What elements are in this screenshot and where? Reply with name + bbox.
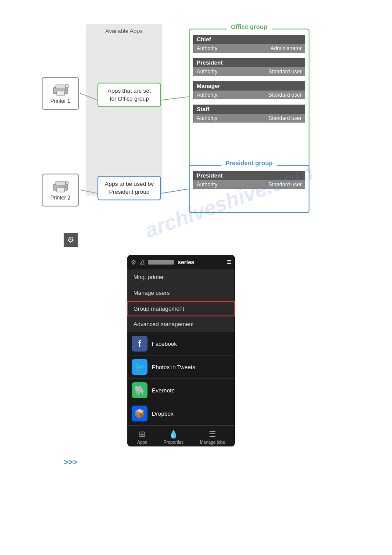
note-arrow-symbol: >>> (64, 458, 78, 467)
footer-properties[interactable]: 💧 Properties (163, 429, 183, 445)
svg-rect-2 (57, 91, 65, 95)
dropbox-icon: 📦 (132, 406, 147, 421)
office-group-box: Office group Chief Authority Administrat… (189, 29, 309, 169)
gear-section: ⚙ (0, 229, 392, 255)
role-president-office-name: President (193, 58, 305, 67)
role-president-office: President Authority Standard user (193, 58, 305, 76)
svg-rect-8 (57, 188, 65, 192)
manager-authority-label: Authority (197, 92, 217, 98)
phone-menu-mng-printer[interactable]: Mng. printer (127, 269, 235, 285)
phone-menu-manage-users[interactable]: Manage users (127, 285, 235, 301)
phone-app-evernote[interactable]: 🐘 Evernote (127, 379, 235, 402)
president-office-authority-label: Authority (197, 69, 217, 75)
role-chief: Chief Authority Administrator (193, 35, 305, 53)
president-group-title: President group (221, 160, 277, 167)
facebook-label: Facebook (152, 341, 177, 347)
role-manager: Manager Authority Standard user (193, 81, 305, 99)
role-president-office-authority: Authority Standard user (193, 67, 305, 76)
president-group-box: President group President Authority Stan… (189, 165, 309, 213)
printer-2-label: Printer 2 (50, 195, 70, 201)
phone-apps-list: f Facebook 🐦 Photos in Tweets 🐘 Evernote… (127, 332, 235, 425)
evernote-label: Evernote (152, 387, 175, 394)
note-arrow: >>> (64, 458, 383, 467)
phone-app-photos-in-tweets[interactable]: 🐦 Photos in Tweets (127, 355, 235, 379)
role-president-group-name: President (193, 171, 305, 180)
role-chief-authority: Authority Administrator (193, 44, 305, 53)
staff-authority-value: Standard user (269, 115, 302, 121)
photos-in-tweets-label: Photos in Tweets (152, 364, 195, 370)
available-apps-label: Available Apps (86, 24, 162, 37)
phone-title-redacted (148, 260, 174, 265)
phone-footer: ⊞ Apps 💧 Properties ☰ Manage jobs (127, 425, 235, 446)
printer-1-label: Printer 1 (50, 98, 70, 104)
available-apps-box: Available Apps (86, 24, 162, 196)
svg-text:1: 1 (66, 85, 68, 88)
phone-screenshot: ⚙ 🖨 series ≡ Mng. printer Manage users G… (127, 255, 235, 446)
role-manager-name: Manager (193, 81, 305, 91)
manager-authority-value: Standard user (269, 92, 302, 98)
manage-jobs-footer-label: Manage jobs (200, 440, 225, 445)
note-section: >>> (0, 453, 392, 475)
svg-line-13 (161, 97, 189, 100)
phone-app-dropbox[interactable]: 📦 Dropbox (127, 402, 235, 425)
staff-authority-label: Authority (197, 115, 217, 121)
properties-footer-label: Properties (163, 440, 183, 445)
role-chief-name: Chief (193, 35, 305, 44)
president-office-authority-value: Standard user (269, 69, 302, 75)
phone-app-facebook[interactable]: f Facebook (127, 332, 235, 355)
evernote-icon: 🐘 (132, 382, 147, 398)
phone-header: ⚙ 🖨 series ≡ (127, 255, 235, 269)
role-staff-name: Staff (193, 105, 305, 114)
role-staff: Staff Authority Standard user (193, 105, 305, 123)
phone-menu-group-management[interactable]: Group management (127, 301, 235, 316)
apps-footer-label: Apps (137, 440, 147, 445)
role-manager-authority: Authority Standard user (193, 91, 305, 99)
callout-2: Apps to be used by President group (97, 176, 161, 200)
role-president-group-authority: Authority Standard user (193, 180, 305, 189)
role-staff-authority: Authority Standard user (193, 114, 305, 123)
printer-1-icon: 1 (52, 83, 69, 96)
dropbox-label: Dropbox (152, 410, 173, 417)
svg-rect-1 (56, 85, 65, 89)
svg-text:2: 2 (66, 182, 68, 185)
facebook-icon: f (132, 336, 147, 352)
printer-1-box: 1 Printer 1 (42, 77, 79, 110)
gear-icon: ⚙ (67, 235, 74, 245)
chief-authority-label: Authority (197, 45, 217, 51)
callout-1: Apps that are set for Office group (97, 83, 161, 107)
role-president-group: President Authority Standard user (193, 171, 305, 189)
gear-icon-wrapper: ⚙ (64, 233, 78, 247)
phone-menu-advanced-management[interactable]: Advanced management (127, 316, 235, 332)
president-group-authority-value: Standard user (269, 181, 302, 188)
office-group-title: Office group (227, 23, 272, 30)
twitter-icon: 🐦 (132, 359, 147, 375)
svg-rect-7 (56, 181, 65, 185)
phone-menu-icon[interactable]: ≡ (227, 258, 231, 267)
phone-series-text: series (178, 259, 194, 265)
printer-2-box: 2 Printer 2 (42, 174, 79, 207)
footer-manage-jobs[interactable]: ☰ Manage jobs (200, 429, 225, 445)
apps-footer-icon: ⊞ (139, 429, 145, 439)
president-group-authority-label: Authority (197, 181, 217, 188)
phone-printer-icon: 🖨 (139, 259, 145, 266)
phone-gear-icon: ⚙ (131, 259, 137, 266)
chief-authority-value: Administrator (270, 45, 302, 51)
svg-point-3 (65, 89, 66, 91)
phone-menu: Mng. printer Manage users Group manageme… (127, 269, 235, 332)
note-line (64, 470, 362, 470)
properties-footer-icon: 💧 (169, 429, 178, 439)
svg-line-15 (161, 189, 189, 193)
svg-point-9 (65, 186, 66, 188)
printer-2-icon: 2 (52, 180, 69, 193)
diagram-section: Available Apps 1 Printer 1 2 (0, 0, 392, 229)
footer-apps[interactable]: ⊞ Apps (137, 429, 147, 445)
manage-jobs-footer-icon: ☰ (209, 429, 216, 439)
